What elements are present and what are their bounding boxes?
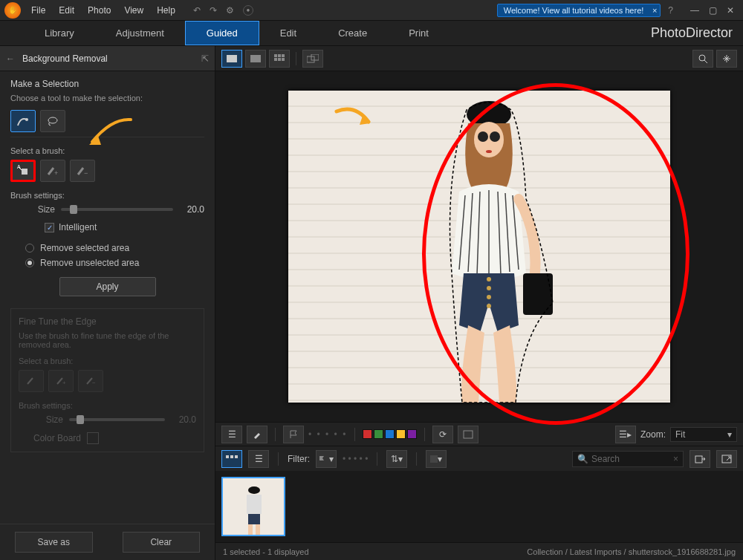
fine-size-value: 20.0 xyxy=(171,414,196,425)
svg-rect-48 xyxy=(256,524,260,535)
crop-mask-icon[interactable] xyxy=(458,426,478,443)
section-make-selection-title: Make a Selection xyxy=(10,79,204,89)
welcome-close-icon[interactable]: × xyxy=(652,6,657,15)
browser-list-large-icon[interactable]: ☰ xyxy=(248,450,269,468)
zoom-tool-icon[interactable] xyxy=(692,50,713,68)
filter-dots[interactable]: • • • • • xyxy=(343,454,368,464)
view-secondary-icon[interactable] xyxy=(302,50,323,68)
tab-guided[interactable]: Guided xyxy=(185,21,259,45)
window-close-icon[interactable]: ✕ xyxy=(722,4,739,17)
panel-title: Background Removal xyxy=(22,53,108,64)
notifications-icon[interactable]: ● xyxy=(243,5,253,16)
smart-select-tool[interactable] xyxy=(10,110,36,132)
menu-bar: File Edit Photo View Help xyxy=(31,5,175,16)
remove-unselected-radio[interactable] xyxy=(25,258,34,267)
sort-icon[interactable]: ⇅▾ xyxy=(386,450,407,468)
intelligent-label: Intelligent xyxy=(59,222,97,232)
fine-tune-title: Fine Tune the Edge xyxy=(19,316,196,327)
svg-point-44 xyxy=(248,486,260,494)
search-clear-icon[interactable]: × xyxy=(673,454,678,464)
search-input[interactable]: 🔍 Search × xyxy=(572,451,684,467)
svg-rect-10 xyxy=(274,54,277,57)
rotate-icon[interactable]: ⟳ xyxy=(432,426,453,443)
save-as-button[interactable]: Save as xyxy=(15,532,93,553)
settings-gear-icon[interactable]: ⚙ xyxy=(226,5,234,16)
tab-print[interactable]: Print xyxy=(388,21,450,45)
filter-color-icon[interactable]: ▾ xyxy=(426,450,447,468)
redo-icon[interactable]: ↷ xyxy=(210,5,217,16)
browser-list-small-icon[interactable] xyxy=(221,450,242,468)
menu-edit[interactable]: Edit xyxy=(59,5,74,16)
fine-add-brush-tool: + xyxy=(48,370,74,392)
view-compare-icon[interactable] xyxy=(245,50,266,68)
select-brush-label: Select a brush: xyxy=(10,146,204,155)
svg-text:+: + xyxy=(54,169,58,177)
subtract-brush-tool[interactable]: − xyxy=(70,160,95,182)
svg-rect-17 xyxy=(311,54,319,60)
tab-adjustment[interactable]: Adjustment xyxy=(95,21,185,45)
window-minimize-icon[interactable]: — xyxy=(687,4,703,17)
welcome-banner[interactable]: Welcome! View all tutorial videos here! … xyxy=(497,4,661,17)
import-icon[interactable] xyxy=(690,450,710,468)
color-board-label: Color Board xyxy=(33,433,81,443)
color-label-swatch[interactable] xyxy=(396,429,406,439)
color-label-swatch[interactable] xyxy=(407,429,417,439)
help-icon[interactable]: ? xyxy=(668,5,673,16)
menu-view[interactable]: View xyxy=(124,5,143,16)
svg-rect-9 xyxy=(250,55,261,62)
brand-label: PhotoDirector xyxy=(651,25,743,41)
export-icon[interactable] xyxy=(716,450,737,468)
window-maximize-icon[interactable]: ▢ xyxy=(704,4,721,17)
apply-button[interactable]: Apply xyxy=(59,277,156,296)
intelligent-checkbox[interactable]: ✓ xyxy=(45,223,54,232)
eyedropper-icon[interactable] xyxy=(247,426,267,443)
search-icon: 🔍 xyxy=(577,454,588,464)
auto-brush-tool[interactable]: A xyxy=(10,160,36,182)
lasso-tool[interactable] xyxy=(40,110,65,132)
flag-icon[interactable] xyxy=(283,426,304,443)
clear-button[interactable]: Clear xyxy=(123,532,201,553)
svg-text:A: A xyxy=(17,164,21,169)
filter-flag-icon[interactable]: ▾ xyxy=(316,450,337,468)
svg-point-35 xyxy=(487,304,491,308)
side-panel: ← Background Removal ⇱ Make a Selection … xyxy=(0,46,215,560)
remove-selected-radio[interactable] xyxy=(25,244,34,253)
undo-icon[interactable]: ↶ xyxy=(193,5,201,16)
remove-selected-label: Remove selected area xyxy=(40,243,129,253)
panel-layout-icon[interactable]: ☰▸ xyxy=(615,426,636,443)
rating-dots[interactable]: • • • • • xyxy=(308,429,347,440)
color-label-swatch[interactable] xyxy=(363,429,372,439)
menu-file[interactable]: File xyxy=(31,5,45,16)
thumbnail-item[interactable] xyxy=(221,477,285,536)
status-path: Collection / Latest Imports / shuttersto… xyxy=(527,547,736,556)
svg-rect-45 xyxy=(247,495,262,514)
panel-back-icon[interactable]: ← xyxy=(6,53,15,64)
add-brush-tool[interactable]: + xyxy=(40,160,65,182)
color-board-swatch xyxy=(87,432,99,444)
history-icon[interactable]: ☰ xyxy=(221,426,242,443)
tab-create[interactable]: Create xyxy=(317,21,388,45)
fine-brush-label: Select a brush: xyxy=(19,356,196,365)
color-label-swatch[interactable] xyxy=(385,429,395,439)
pan-tool-icon[interactable] xyxy=(716,50,737,68)
color-labels[interactable] xyxy=(363,429,417,439)
tab-edit[interactable]: Edit xyxy=(259,21,317,45)
size-slider[interactable] xyxy=(61,208,173,211)
view-grid-icon[interactable] xyxy=(269,50,290,68)
svg-rect-2 xyxy=(22,169,27,175)
app-logo-icon: ✋ xyxy=(4,2,21,19)
menu-help[interactable]: Help xyxy=(157,5,175,16)
view-single-icon[interactable] xyxy=(221,50,242,68)
zoom-select[interactable]: Fit▾ xyxy=(670,427,737,442)
svg-text:−: − xyxy=(84,169,88,177)
menu-photo[interactable]: Photo xyxy=(88,5,111,16)
svg-point-32 xyxy=(487,277,491,281)
image-viewer[interactable] xyxy=(215,71,743,422)
svg-rect-16 xyxy=(307,56,314,62)
tab-library[interactable]: Library xyxy=(0,21,95,45)
color-label-swatch[interactable] xyxy=(374,429,383,439)
svg-rect-38 xyxy=(226,455,229,458)
svg-rect-41 xyxy=(695,456,702,463)
panel-expand-icon[interactable]: ⇱ xyxy=(201,53,209,64)
svg-point-33 xyxy=(487,286,491,290)
